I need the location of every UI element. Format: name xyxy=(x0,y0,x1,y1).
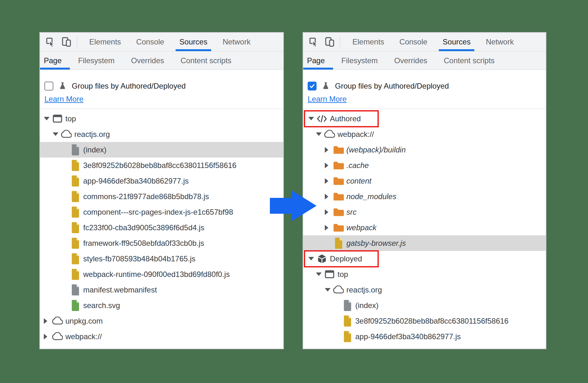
tree-row[interactable]: (webpack)/buildin xyxy=(303,142,546,158)
tree-row[interactable]: .cache xyxy=(303,158,546,173)
page-yellow-icon xyxy=(70,206,81,218)
subtab-content-scripts[interactable]: Content scripts xyxy=(436,51,503,70)
page-gray-icon xyxy=(70,144,81,156)
tree-row[interactable]: webpack:// xyxy=(40,329,283,344)
subtab-content-scripts[interactable]: Content scripts xyxy=(172,51,240,70)
frame-icon xyxy=(325,270,334,279)
expand-arrow-icon[interactable] xyxy=(53,132,61,136)
tree-item-label: framework-ff9c508ebfda0f33cb0b.js xyxy=(83,239,204,248)
learn-more-link[interactable]: Learn More xyxy=(308,95,347,104)
folder-icon xyxy=(333,192,344,201)
page-green-icon xyxy=(70,299,81,311)
tree-row[interactable]: webpack-runtime-090f00ed13bd69fd80f0.js xyxy=(40,266,283,282)
subtab-overrides[interactable]: Overrides xyxy=(123,51,172,70)
expand-arrow-icon[interactable] xyxy=(316,132,324,136)
subtab-filesystem[interactable]: Filesystem xyxy=(333,51,386,70)
subtab-page[interactable]: Page xyxy=(303,51,333,70)
tab-elements[interactable]: Elements xyxy=(345,33,392,51)
tree-row[interactable]: framework-ff9c508ebfda0f33cb0b.js xyxy=(40,235,283,251)
tree-row[interactable]: manifest.webmanifest xyxy=(40,282,283,298)
tab-network[interactable]: Network xyxy=(478,33,521,51)
code-icon xyxy=(317,114,327,123)
tree-row[interactable]: (index) xyxy=(40,142,283,158)
device-toolbar-icon[interactable] xyxy=(324,36,336,48)
page-yellow-icon xyxy=(70,253,81,265)
tab-network[interactable]: Network xyxy=(215,33,258,51)
folder-icon xyxy=(333,145,344,154)
collapse-arrow-icon[interactable] xyxy=(325,225,333,231)
tree-item-label: (index) xyxy=(83,145,106,154)
tree-row[interactable]: node_modules xyxy=(303,189,546,204)
group-files-label: Group files by Authored/Deployed xyxy=(72,82,186,91)
tree-row[interactable]: search.svg xyxy=(40,298,283,313)
tree-row[interactable]: 3e8f09252b6028beb8baf8cc63801156f58616 xyxy=(303,313,546,329)
cloud-icon xyxy=(61,130,72,138)
tree-row[interactable]: app-9466def3ba340b862977.js xyxy=(303,329,546,344)
tree-item-label: top xyxy=(337,270,348,279)
tree-row[interactable]: fc233f00-cba3d9005c3896f6d5d4.js xyxy=(40,220,283,235)
frame-icon xyxy=(324,270,335,279)
tab-console[interactable]: Console xyxy=(129,33,172,51)
tree-row[interactable]: commons-21f8977ade868b5bdb78.js xyxy=(40,189,283,204)
script-file-icon xyxy=(71,191,80,202)
sources-page-pane: Group files by Authored/Deployed Learn M… xyxy=(303,70,546,349)
subtab-overrides[interactable]: Overrides xyxy=(386,51,436,70)
collapse-arrow-icon[interactable] xyxy=(325,194,333,199)
tree-row[interactable]: gatsby-browser.js xyxy=(303,235,546,251)
expand-arrow-icon[interactable] xyxy=(308,117,317,120)
script-file-icon xyxy=(71,206,80,218)
tree-row[interactable]: top xyxy=(40,111,283,126)
tree-row[interactable]: webpack xyxy=(303,220,546,235)
tab-sources[interactable]: Sources xyxy=(172,33,215,51)
tree-row[interactable]: Authored xyxy=(303,111,546,126)
inspect-element-icon[interactable] xyxy=(44,36,57,48)
tree-row[interactable]: reactjs.org xyxy=(40,126,283,142)
tree-row[interactable]: 3e8f09252b6028beb8baf8cc63801156f58616 xyxy=(40,158,283,173)
page-yellow-icon xyxy=(333,237,344,249)
frame-icon xyxy=(52,114,63,123)
cloud-icon xyxy=(333,286,344,294)
collapse-arrow-icon[interactable] xyxy=(44,334,52,339)
device-toolbar-icon[interactable] xyxy=(60,36,72,48)
expand-arrow-icon[interactable] xyxy=(44,117,52,120)
collapse-arrow-icon[interactable] xyxy=(325,209,333,215)
folder-icon xyxy=(333,223,344,232)
tab-console[interactable]: Console xyxy=(392,33,435,51)
tree-item-label: node_modules xyxy=(346,192,396,201)
tree-row[interactable]: src xyxy=(303,204,546,220)
cloud-icon xyxy=(52,317,63,325)
collapse-arrow-icon[interactable] xyxy=(325,178,333,184)
screenshot-canvas: Elements Console Sources Network Page Fi… xyxy=(0,0,588,383)
tree-row[interactable]: app-9466def3ba340b862977.js xyxy=(40,173,283,189)
tree-row[interactable]: webpack:// xyxy=(303,126,546,142)
tree-row[interactable]: unpkg.com xyxy=(40,313,283,329)
collapse-arrow-icon[interactable] xyxy=(325,163,333,168)
tree-row[interactable]: Deployed xyxy=(303,251,546,266)
tab-elements[interactable]: Elements xyxy=(82,33,129,51)
sources-page-pane: Group files by Authored/Deployed Learn M… xyxy=(40,70,283,349)
group-files-checkbox[interactable] xyxy=(44,82,53,91)
collapse-arrow-icon[interactable] xyxy=(44,318,52,324)
folder-icon xyxy=(333,208,344,217)
experiment-beaker-icon xyxy=(58,81,67,91)
group-files-checkbox[interactable] xyxy=(308,82,317,91)
tree-row[interactable]: content xyxy=(303,173,546,189)
expand-arrow-icon[interactable] xyxy=(325,288,333,292)
tree-row[interactable]: reactjs.org xyxy=(303,282,546,298)
tree-row[interactable]: styles-fb708593b484b04b1765.js xyxy=(40,251,283,266)
learn-more-link[interactable]: Learn More xyxy=(44,95,84,104)
page-yellow-icon xyxy=(70,159,81,171)
tab-sources[interactable]: Sources xyxy=(435,33,478,51)
subtab-filesystem[interactable]: Filesystem xyxy=(70,51,123,70)
document-file-icon xyxy=(71,284,80,296)
collapse-arrow-icon[interactable] xyxy=(325,147,333,153)
expand-arrow-icon[interactable] xyxy=(308,257,317,260)
tree-row[interactable]: component---src-pages-index-js-e1c657bf9… xyxy=(40,204,283,220)
inspect-element-icon[interactable] xyxy=(308,36,320,48)
tree-row[interactable]: top xyxy=(303,266,546,282)
tree-item-label: top xyxy=(65,114,76,123)
expand-arrow-icon[interactable] xyxy=(316,272,324,276)
subtab-page[interactable]: Page xyxy=(40,51,70,70)
deployed-cube-icon xyxy=(317,254,327,264)
tree-row[interactable]: (index) xyxy=(303,298,546,313)
